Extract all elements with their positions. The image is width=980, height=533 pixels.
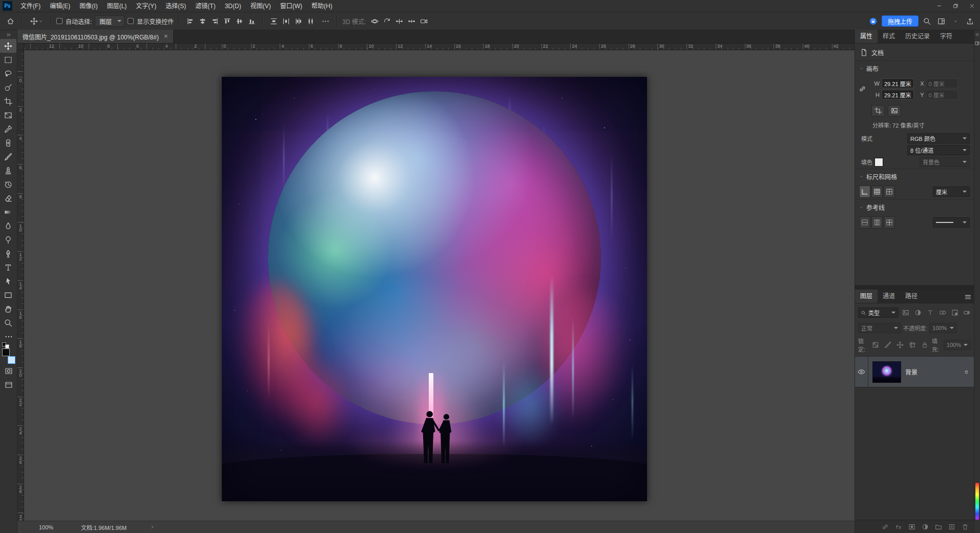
lock-transparent-icon[interactable] bbox=[870, 339, 881, 351]
guides-section-header[interactable]: 参考线 bbox=[855, 199, 974, 215]
menu-item[interactable]: 选择(S) bbox=[161, 0, 191, 12]
distribute-left-icon[interactable] bbox=[293, 15, 304, 27]
restore-button[interactable] bbox=[947, 0, 964, 12]
menu-item[interactable]: 文字(Y) bbox=[131, 0, 161, 12]
default-background-chip[interactable] bbox=[5, 344, 9, 348]
orbit-3d-icon[interactable] bbox=[369, 15, 380, 27]
expand-panels-icon[interactable] bbox=[975, 32, 979, 37]
image-size-icon[interactable] bbox=[888, 105, 901, 116]
lasso-tool[interactable] bbox=[0, 67, 16, 80]
share-upload-icon[interactable] bbox=[964, 14, 976, 28]
panel-tab[interactable]: 路径 bbox=[900, 290, 923, 303]
clone-stamp-tool[interactable] bbox=[0, 163, 16, 177]
new-guide-icon[interactable] bbox=[859, 216, 870, 229]
healing-brush-tool[interactable] bbox=[0, 136, 16, 150]
menu-item[interactable]: 帮助(H) bbox=[307, 0, 337, 12]
crop-tool[interactable] bbox=[0, 94, 16, 108]
close-button[interactable] bbox=[964, 0, 980, 12]
filter-toggle-icon[interactable] bbox=[962, 308, 971, 317]
foreground-color-chip[interactable] bbox=[2, 348, 10, 356]
grid-icon[interactable] bbox=[871, 186, 883, 198]
height-field[interactable]: 29.21 厘米 bbox=[882, 90, 914, 99]
panel-tab[interactable]: 图层 bbox=[855, 290, 878, 303]
menu-item[interactable]: 图层(L) bbox=[102, 0, 132, 12]
panel-tab[interactable]: 历史记录 bbox=[900, 30, 935, 43]
align-bottom-icon[interactable] bbox=[246, 15, 257, 27]
pen-tool[interactable] bbox=[0, 247, 16, 260]
zoom-tool[interactable] bbox=[0, 316, 16, 330]
search-icon[interactable] bbox=[921, 14, 933, 28]
panel-tab[interactable]: 属性 bbox=[855, 30, 878, 43]
layer-thumbnail[interactable] bbox=[872, 361, 901, 383]
current-tool-preset[interactable] bbox=[27, 14, 46, 28]
more-options-icon[interactable] bbox=[319, 14, 331, 28]
align-middle-v-icon[interactable] bbox=[234, 15, 245, 27]
fill-color-swatch[interactable] bbox=[874, 158, 883, 167]
panel-tab[interactable]: 字符 bbox=[935, 30, 957, 43]
guide-style-dropdown[interactable] bbox=[933, 217, 970, 228]
workspace-switcher-icon[interactable] bbox=[935, 14, 947, 28]
netdisk-logo-icon[interactable] bbox=[867, 14, 880, 28]
filter-smart-icon[interactable] bbox=[949, 306, 961, 319]
document-tab[interactable]: 微信图片_20191106110503.jpg @ 100%(RGB/8#) × bbox=[17, 30, 174, 43]
crop-canvas-icon[interactable] bbox=[871, 105, 885, 116]
type-tool[interactable] bbox=[0, 260, 16, 274]
image-canvas[interactable] bbox=[222, 77, 647, 501]
align-right-icon[interactable] bbox=[209, 15, 220, 27]
home-icon[interactable] bbox=[4, 14, 16, 28]
frame-tool[interactable] bbox=[0, 108, 16, 122]
layer-group-icon[interactable] bbox=[934, 522, 943, 531]
eyedropper-tool[interactable] bbox=[0, 122, 16, 136]
lock-artboard-icon[interactable] bbox=[907, 339, 918, 351]
minimize-button[interactable] bbox=[931, 0, 947, 12]
tab-close-icon[interactable]: × bbox=[164, 33, 168, 39]
pan-3d-icon[interactable] bbox=[393, 15, 405, 27]
rect-marquee-tool[interactable] bbox=[0, 53, 16, 67]
horizontal-ruler[interactable]: 1210864202468101214161820222426283032343… bbox=[24, 44, 854, 50]
layer-fx-icon[interactable] bbox=[894, 522, 903, 531]
workspace-caret-icon[interactable] bbox=[949, 14, 962, 28]
drag-upload-button[interactable]: 拖拽上传 bbox=[882, 15, 919, 27]
align-top-icon[interactable] bbox=[221, 15, 233, 27]
show-transform-checkbox[interactable] bbox=[128, 18, 134, 24]
dodge-tool[interactable] bbox=[0, 233, 16, 247]
history-brush-tool[interactable] bbox=[0, 177, 16, 191]
align-center-h-icon[interactable] bbox=[197, 15, 208, 27]
bit-depth-dropdown[interactable]: 8 位/通道 bbox=[907, 145, 970, 155]
camera-3d-icon[interactable] bbox=[418, 15, 429, 27]
link-layers-icon[interactable] bbox=[881, 522, 890, 531]
units-dropdown[interactable]: 厘米 bbox=[933, 187, 970, 197]
width-field[interactable]: 29.21 厘米 bbox=[882, 78, 914, 88]
filter-type-dropdown[interactable]: 类型 bbox=[858, 308, 899, 318]
panel-tab[interactable]: 样式 bbox=[878, 30, 900, 43]
eraser-tool[interactable] bbox=[0, 191, 16, 205]
zoom-level-field[interactable]: 100% bbox=[39, 524, 58, 530]
background-color-chip[interactable] bbox=[8, 356, 15, 364]
vertical-ruler[interactable]: 024681012141618202224262830 bbox=[17, 50, 24, 521]
delete-layer-icon[interactable] bbox=[961, 522, 970, 531]
snap-grid-icon[interactable] bbox=[884, 186, 895, 198]
menu-item[interactable]: 文件(F) bbox=[16, 0, 45, 12]
toolbar-collapse-icon[interactable] bbox=[6, 31, 11, 39]
brush-tool[interactable] bbox=[0, 150, 16, 163]
quick-mask-icon[interactable] bbox=[1, 364, 17, 378]
guide-layout-icon[interactable] bbox=[871, 216, 883, 229]
filter-pixel-icon[interactable] bbox=[900, 306, 911, 319]
collapsed-panel-icon[interactable] bbox=[975, 41, 979, 46]
canvas-section-header[interactable]: 画布 bbox=[855, 60, 974, 76]
edit-toolbar-icon[interactable] bbox=[1, 330, 17, 343]
gradient-tool[interactable] bbox=[0, 205, 16, 219]
corner-ruler-icon[interactable] bbox=[859, 186, 870, 198]
canvas-viewport[interactable]: 1210864202468101214161820222426283032343… bbox=[17, 44, 854, 521]
layer-visibility-toggle[interactable] bbox=[855, 357, 868, 387]
status-options-icon[interactable] bbox=[150, 525, 155, 529]
move-tool[interactable] bbox=[0, 39, 16, 53]
layer-adjust-icon[interactable] bbox=[921, 522, 930, 531]
hand-tool[interactable] bbox=[0, 302, 16, 316]
menu-item[interactable]: 图像(I) bbox=[75, 0, 102, 12]
panel-menu-icon[interactable] bbox=[964, 293, 972, 301]
app-icon[interactable]: Ps bbox=[3, 1, 12, 11]
lock-position-icon[interactable] bbox=[894, 339, 906, 351]
auto-select-checkbox[interactable] bbox=[56, 18, 62, 24]
link-dimensions-icon[interactable] bbox=[859, 85, 866, 93]
